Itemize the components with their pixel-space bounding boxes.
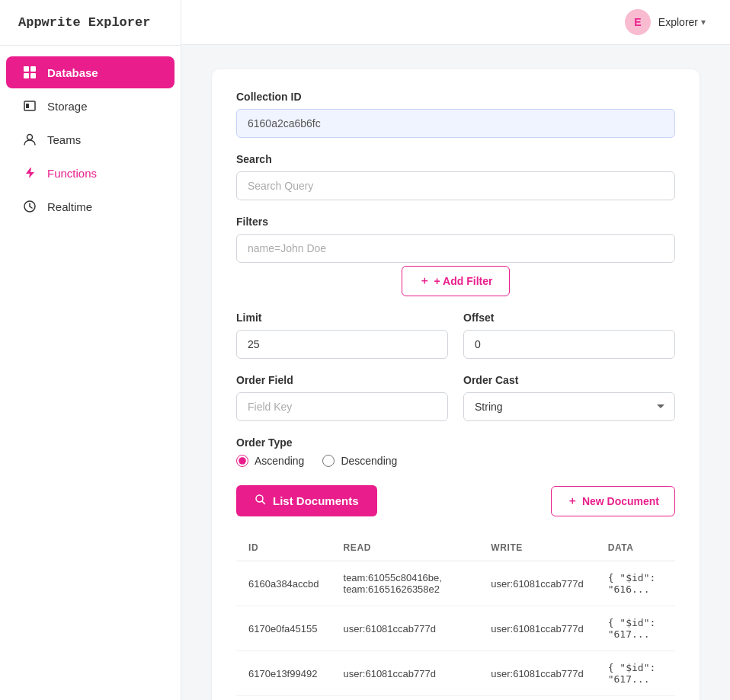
add-filter-button[interactable]: ＋ + Add Filter — [402, 266, 511, 296]
descending-radio-label[interactable]: Descending — [322, 455, 397, 467]
teams-icon — [21, 133, 38, 146]
action-row: List Documents ＋ New Document — [236, 485, 675, 516]
new-document-button[interactable]: ＋ New Document — [551, 486, 675, 516]
cell-write: user:61081ccab777d — [479, 561, 595, 606]
user-menu[interactable]: Explorer ▾ — [658, 16, 706, 28]
col-data: DATA — [596, 535, 675, 561]
table-row[interactable]: 6160a384accbd team:61055c80416be, team:6… — [236, 561, 675, 606]
cell-id: 6170e13f99492 — [236, 651, 331, 696]
cell-read: user:61081ccab777d — [331, 651, 479, 696]
table-row[interactable]: 6170e0fa45155 user:61081ccab777d user:61… — [236, 606, 675, 651]
page-body: Collection ID Search Filters ＋ + Add Fil… — [181, 45, 730, 700]
cell-data: { "$id": "617... — [596, 651, 675, 696]
descending-label: Descending — [341, 455, 397, 467]
sidebar-item-storage[interactable]: Storage — [6, 90, 174, 122]
topbar: E Explorer ▾ — [181, 0, 730, 45]
search-icon — [255, 494, 267, 508]
limit-label: Limit — [236, 312, 448, 324]
col-read: READ — [331, 535, 479, 561]
plus-icon: ＋ — [419, 274, 430, 288]
realtime-icon — [21, 200, 38, 213]
main-content: E Explorer ▾ Collection ID Search Filter… — [181, 0, 730, 700]
cell-read: team:61055c80416be, team:61651626358e2 — [331, 561, 479, 606]
search-input[interactable] — [236, 171, 675, 200]
order-cast-select[interactable]: String Integer Float Boolean — [463, 392, 675, 421]
limit-offset-row: Limit Offset — [236, 312, 675, 374]
cell-write: user:61081ccab777d — [479, 606, 595, 651]
order-row: Order Field Order Cast String Integer Fl… — [236, 374, 675, 436]
col-write: WRITE — [479, 535, 595, 561]
cell-data: { "$id": "617... — [596, 606, 675, 651]
svg-rect-5 — [26, 104, 29, 108]
offset-label: Offset — [463, 312, 675, 324]
svg-rect-3 — [30, 73, 36, 78]
order-type-label: Order Type — [236, 436, 675, 449]
sidebar-item-database-label: Database — [47, 66, 98, 79]
order-type-radio-group: Ascending Descending — [236, 455, 675, 467]
filters-label: Filters — [236, 216, 675, 228]
order-field-label: Order Field — [236, 374, 448, 386]
database-icon — [21, 66, 38, 79]
cell-read: user:61081ccab777d — [331, 606, 479, 651]
sidebar-item-teams-label: Teams — [47, 133, 81, 146]
ascending-radio-label[interactable]: Ascending — [236, 455, 304, 467]
order-cast-group: Order Cast String Integer Float Boolean — [463, 374, 675, 421]
table-row[interactable]: 6170e13f99492 user:61081ccab777d user:61… — [236, 651, 675, 696]
cell-id: 6170e0fa45155 — [236, 606, 331, 651]
limit-input[interactable] — [236, 330, 448, 359]
list-documents-button[interactable]: List Documents — [236, 485, 377, 516]
new-document-label: New Document — [582, 495, 659, 507]
offset-input[interactable] — [463, 330, 675, 359]
cell-id: 6160a384accbd — [236, 561, 331, 606]
add-filter-wrap: ＋ + Add Filter — [236, 266, 675, 296]
chevron-down-icon: ▾ — [701, 17, 706, 27]
sidebar-item-realtime[interactable]: Realtime — [6, 190, 174, 222]
avatar: E — [625, 9, 651, 35]
sidebar-nav: Database Storage Teams — [0, 46, 181, 233]
order-cast-label: Order Cast — [463, 374, 675, 386]
functions-icon — [21, 166, 38, 180]
ascending-radio[interactable] — [236, 455, 248, 467]
sidebar-item-database[interactable]: Database — [6, 56, 174, 88]
list-documents-label: List Documents — [273, 494, 359, 507]
collection-id-input[interactable] — [236, 109, 675, 138]
storage-icon — [21, 99, 38, 113]
filters-group: Filters ＋ + Add Filter — [236, 216, 675, 296]
svg-rect-0 — [24, 66, 29, 72]
ascending-label: Ascending — [255, 455, 304, 467]
search-group: Search — [236, 153, 675, 200]
user-name: Explorer — [658, 16, 698, 28]
filters-input[interactable] — [236, 234, 675, 263]
sidebar-item-teams[interactable]: Teams — [6, 123, 174, 155]
order-type-section: Order Type Ascending Descending — [236, 436, 675, 467]
collection-id-label: Collection ID — [236, 91, 675, 103]
table-body: 6160a384accbd team:61055c80416be, team:6… — [236, 561, 675, 696]
results-table: ID READ WRITE DATA 6160a384accbd team:61… — [236, 535, 675, 696]
order-field-group: Order Field — [236, 374, 448, 421]
query-form: Collection ID Search Filters ＋ + Add Fil… — [212, 69, 700, 700]
limit-group: Limit — [236, 312, 448, 359]
svg-rect-2 — [24, 73, 29, 78]
collection-id-group: Collection ID — [236, 91, 675, 138]
offset-group: Offset — [463, 312, 675, 359]
svg-rect-1 — [30, 66, 36, 72]
new-doc-plus-icon: ＋ — [567, 494, 578, 508]
cell-write: user:61081ccab777d — [479, 651, 595, 696]
cell-data: { "$id": "616... — [596, 561, 675, 606]
svg-point-6 — [27, 135, 33, 140]
col-id: ID — [236, 535, 331, 561]
sidebar-item-functions[interactable]: Functions — [6, 157, 174, 189]
sidebar-item-storage-label: Storage — [47, 100, 88, 113]
sidebar-item-realtime-label: Realtime — [47, 200, 92, 213]
add-filter-label: + Add Filter — [434, 275, 493, 287]
descending-radio[interactable] — [322, 455, 335, 467]
table-header: ID READ WRITE DATA — [236, 535, 675, 561]
sidebar-item-functions-label: Functions — [47, 167, 97, 180]
order-field-input[interactable] — [236, 392, 448, 421]
app-title: Appwrite Explorer — [0, 0, 181, 46]
search-label: Search — [236, 153, 675, 165]
sidebar: Appwrite Explorer Database Storage — [0, 0, 181, 700]
